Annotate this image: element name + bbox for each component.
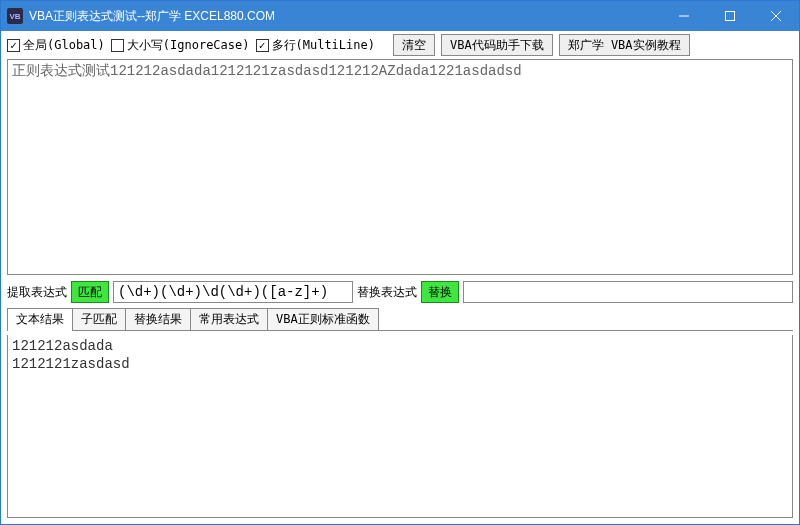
app-icon: VB bbox=[7, 8, 23, 24]
multiline-label: 多行(MultiLine) bbox=[272, 37, 375, 54]
extract-label: 提取表达式 bbox=[7, 284, 67, 301]
match-button[interactable]: 匹配 bbox=[71, 281, 109, 303]
content-area: 提取表达式 匹配 替换表达式 替换 文本结果 子匹配 替换结果 常用表达式 VB… bbox=[1, 59, 799, 524]
global-label: 全局(Global) bbox=[23, 37, 105, 54]
tab-replace-result[interactable]: 替换结果 bbox=[125, 308, 191, 330]
replace-input[interactable] bbox=[463, 281, 793, 303]
minimize-icon bbox=[679, 11, 689, 21]
pattern-input[interactable] bbox=[113, 281, 353, 303]
minimize-button[interactable] bbox=[661, 1, 707, 31]
ignorecase-label: 大小写(IgnoreCase) bbox=[127, 37, 250, 54]
tab-text-result[interactable]: 文本结果 bbox=[7, 308, 73, 330]
pattern-row: 提取表达式 匹配 替换表达式 替换 bbox=[7, 279, 793, 305]
window-title: VBA正则表达式测试--郑广学 EXCEL880.COM bbox=[29, 8, 275, 25]
tab-submatch[interactable]: 子匹配 bbox=[72, 308, 126, 330]
download-helper-button[interactable]: VBA代码助手下载 bbox=[441, 34, 553, 56]
result-output[interactable]: 121212asdada 1212121zasdasd bbox=[7, 335, 793, 518]
source-text-input[interactable] bbox=[7, 59, 793, 275]
close-icon bbox=[771, 11, 781, 21]
maximize-icon bbox=[725, 11, 735, 21]
maximize-button[interactable] bbox=[707, 1, 753, 31]
replace-button[interactable]: 替换 bbox=[421, 281, 459, 303]
close-button[interactable] bbox=[753, 1, 799, 31]
app-window: VB VBA正则表达式测试--郑广学 EXCEL880.COM 全局(Globa… bbox=[0, 0, 800, 525]
tutorial-button[interactable]: 郑广学 VBA实例教程 bbox=[559, 34, 690, 56]
tab-vba-functions[interactable]: VBA正则标准函数 bbox=[267, 308, 379, 330]
tab-common-patterns[interactable]: 常用表达式 bbox=[190, 308, 268, 330]
checkbox-icon bbox=[111, 39, 124, 52]
replace-label: 替换表达式 bbox=[357, 284, 417, 301]
svg-rect-1 bbox=[726, 12, 735, 21]
checkbox-icon bbox=[7, 39, 20, 52]
global-checkbox[interactable]: 全局(Global) bbox=[7, 37, 105, 54]
multiline-checkbox[interactable]: 多行(MultiLine) bbox=[256, 37, 375, 54]
titlebar[interactable]: VB VBA正则表达式测试--郑广学 EXCEL880.COM bbox=[1, 1, 799, 31]
ignorecase-checkbox[interactable]: 大小写(IgnoreCase) bbox=[111, 37, 250, 54]
options-toolbar: 全局(Global) 大小写(IgnoreCase) 多行(MultiLine)… bbox=[1, 31, 799, 59]
clear-button[interactable]: 清空 bbox=[393, 34, 435, 56]
result-tabbar: 文本结果 子匹配 替换结果 常用表达式 VBA正则标准函数 bbox=[7, 309, 793, 331]
checkbox-icon bbox=[256, 39, 269, 52]
